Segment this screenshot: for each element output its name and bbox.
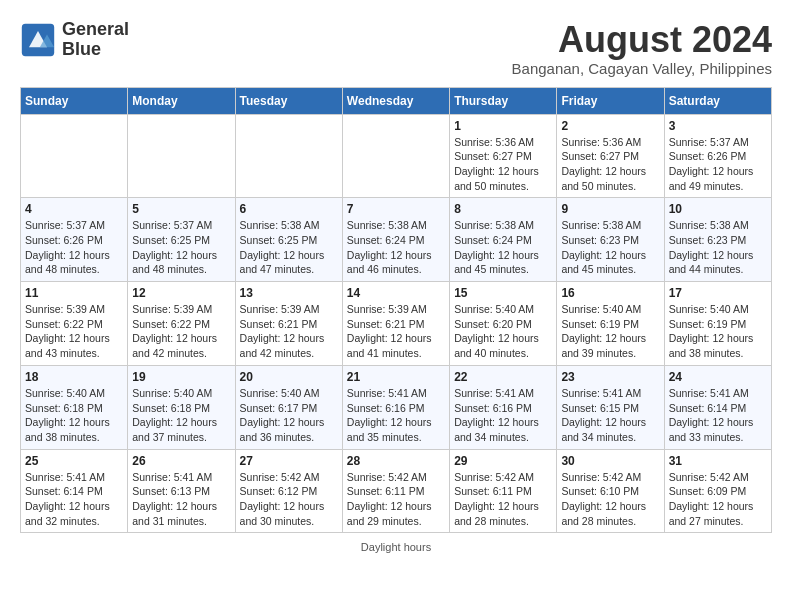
main-title: August 2024 bbox=[512, 20, 772, 60]
calendar-cell: 29Sunrise: 5:42 AM Sunset: 6:11 PM Dayli… bbox=[450, 449, 557, 533]
day-info: Sunrise: 5:37 AM Sunset: 6:25 PM Dayligh… bbox=[132, 218, 230, 277]
calendar-cell: 12Sunrise: 5:39 AM Sunset: 6:22 PM Dayli… bbox=[128, 282, 235, 366]
day-number: 1 bbox=[454, 119, 552, 133]
footer-note: Daylight hours bbox=[20, 541, 772, 553]
day-number: 30 bbox=[561, 454, 659, 468]
calendar-cell: 19Sunrise: 5:40 AM Sunset: 6:18 PM Dayli… bbox=[128, 365, 235, 449]
calendar-header-tuesday: Tuesday bbox=[235, 87, 342, 114]
day-info: Sunrise: 5:41 AM Sunset: 6:16 PM Dayligh… bbox=[347, 386, 445, 445]
calendar-week-2: 4Sunrise: 5:37 AM Sunset: 6:26 PM Daylig… bbox=[21, 198, 772, 282]
calendar-cell: 17Sunrise: 5:40 AM Sunset: 6:19 PM Dayli… bbox=[664, 282, 771, 366]
day-number: 8 bbox=[454, 202, 552, 216]
day-info: Sunrise: 5:38 AM Sunset: 6:25 PM Dayligh… bbox=[240, 218, 338, 277]
title-area: August 2024 Banganan, Cagayan Valley, Ph… bbox=[512, 20, 772, 77]
day-info: Sunrise: 5:38 AM Sunset: 6:23 PM Dayligh… bbox=[561, 218, 659, 277]
calendar-cell: 13Sunrise: 5:39 AM Sunset: 6:21 PM Dayli… bbox=[235, 282, 342, 366]
day-info: Sunrise: 5:42 AM Sunset: 6:12 PM Dayligh… bbox=[240, 470, 338, 529]
day-info: Sunrise: 5:41 AM Sunset: 6:14 PM Dayligh… bbox=[25, 470, 123, 529]
day-number: 14 bbox=[347, 286, 445, 300]
day-number: 26 bbox=[132, 454, 230, 468]
calendar-header-wednesday: Wednesday bbox=[342, 87, 449, 114]
day-number: 24 bbox=[669, 370, 767, 384]
logo: General Blue bbox=[20, 20, 129, 60]
calendar-cell: 25Sunrise: 5:41 AM Sunset: 6:14 PM Dayli… bbox=[21, 449, 128, 533]
calendar-cell: 4Sunrise: 5:37 AM Sunset: 6:26 PM Daylig… bbox=[21, 198, 128, 282]
calendar-cell: 24Sunrise: 5:41 AM Sunset: 6:14 PM Dayli… bbox=[664, 365, 771, 449]
calendar-cell: 27Sunrise: 5:42 AM Sunset: 6:12 PM Dayli… bbox=[235, 449, 342, 533]
day-number: 16 bbox=[561, 286, 659, 300]
calendar-header-monday: Monday bbox=[128, 87, 235, 114]
day-number: 3 bbox=[669, 119, 767, 133]
day-number: 13 bbox=[240, 286, 338, 300]
day-info: Sunrise: 5:40 AM Sunset: 6:20 PM Dayligh… bbox=[454, 302, 552, 361]
day-info: Sunrise: 5:40 AM Sunset: 6:18 PM Dayligh… bbox=[25, 386, 123, 445]
day-number: 10 bbox=[669, 202, 767, 216]
day-info: Sunrise: 5:37 AM Sunset: 6:26 PM Dayligh… bbox=[669, 135, 767, 194]
calendar-cell: 15Sunrise: 5:40 AM Sunset: 6:20 PM Dayli… bbox=[450, 282, 557, 366]
day-number: 15 bbox=[454, 286, 552, 300]
day-number: 28 bbox=[347, 454, 445, 468]
day-number: 7 bbox=[347, 202, 445, 216]
calendar-cell: 10Sunrise: 5:38 AM Sunset: 6:23 PM Dayli… bbox=[664, 198, 771, 282]
day-number: 27 bbox=[240, 454, 338, 468]
calendar-cell: 6Sunrise: 5:38 AM Sunset: 6:25 PM Daylig… bbox=[235, 198, 342, 282]
calendar-header-saturday: Saturday bbox=[664, 87, 771, 114]
calendar-cell: 23Sunrise: 5:41 AM Sunset: 6:15 PM Dayli… bbox=[557, 365, 664, 449]
calendar-header-row: SundayMondayTuesdayWednesdayThursdayFrid… bbox=[21, 87, 772, 114]
calendar-cell: 1Sunrise: 5:36 AM Sunset: 6:27 PM Daylig… bbox=[450, 114, 557, 198]
sub-title: Banganan, Cagayan Valley, Philippines bbox=[512, 60, 772, 77]
header: General Blue August 2024 Banganan, Cagay… bbox=[20, 20, 772, 77]
calendar-header-thursday: Thursday bbox=[450, 87, 557, 114]
calendar-cell: 5Sunrise: 5:37 AM Sunset: 6:25 PM Daylig… bbox=[128, 198, 235, 282]
day-info: Sunrise: 5:42 AM Sunset: 6:11 PM Dayligh… bbox=[347, 470, 445, 529]
day-number: 17 bbox=[669, 286, 767, 300]
day-number: 20 bbox=[240, 370, 338, 384]
calendar-cell: 16Sunrise: 5:40 AM Sunset: 6:19 PM Dayli… bbox=[557, 282, 664, 366]
day-number: 9 bbox=[561, 202, 659, 216]
calendar-week-3: 11Sunrise: 5:39 AM Sunset: 6:22 PM Dayli… bbox=[21, 282, 772, 366]
day-number: 6 bbox=[240, 202, 338, 216]
calendar-cell: 18Sunrise: 5:40 AM Sunset: 6:18 PM Dayli… bbox=[21, 365, 128, 449]
calendar-cell bbox=[235, 114, 342, 198]
calendar-header-sunday: Sunday bbox=[21, 87, 128, 114]
day-number: 19 bbox=[132, 370, 230, 384]
day-number: 11 bbox=[25, 286, 123, 300]
calendar-cell bbox=[21, 114, 128, 198]
day-info: Sunrise: 5:38 AM Sunset: 6:24 PM Dayligh… bbox=[347, 218, 445, 277]
calendar-cell: 22Sunrise: 5:41 AM Sunset: 6:16 PM Dayli… bbox=[450, 365, 557, 449]
calendar-cell: 14Sunrise: 5:39 AM Sunset: 6:21 PM Dayli… bbox=[342, 282, 449, 366]
calendar-cell bbox=[128, 114, 235, 198]
logo-text: General Blue bbox=[62, 20, 129, 60]
calendar-week-4: 18Sunrise: 5:40 AM Sunset: 6:18 PM Dayli… bbox=[21, 365, 772, 449]
day-info: Sunrise: 5:39 AM Sunset: 6:22 PM Dayligh… bbox=[25, 302, 123, 361]
day-number: 23 bbox=[561, 370, 659, 384]
calendar-cell: 7Sunrise: 5:38 AM Sunset: 6:24 PM Daylig… bbox=[342, 198, 449, 282]
day-number: 31 bbox=[669, 454, 767, 468]
day-number: 22 bbox=[454, 370, 552, 384]
calendar-cell: 28Sunrise: 5:42 AM Sunset: 6:11 PM Dayli… bbox=[342, 449, 449, 533]
day-info: Sunrise: 5:40 AM Sunset: 6:18 PM Dayligh… bbox=[132, 386, 230, 445]
calendar-cell: 8Sunrise: 5:38 AM Sunset: 6:24 PM Daylig… bbox=[450, 198, 557, 282]
calendar-cell: 26Sunrise: 5:41 AM Sunset: 6:13 PM Dayli… bbox=[128, 449, 235, 533]
logo-line1: General bbox=[62, 20, 129, 40]
calendar-cell: 21Sunrise: 5:41 AM Sunset: 6:16 PM Dayli… bbox=[342, 365, 449, 449]
calendar-cell bbox=[342, 114, 449, 198]
day-number: 12 bbox=[132, 286, 230, 300]
day-number: 25 bbox=[25, 454, 123, 468]
calendar-cell: 9Sunrise: 5:38 AM Sunset: 6:23 PM Daylig… bbox=[557, 198, 664, 282]
calendar-week-1: 1Sunrise: 5:36 AM Sunset: 6:27 PM Daylig… bbox=[21, 114, 772, 198]
calendar-cell: 2Sunrise: 5:36 AM Sunset: 6:27 PM Daylig… bbox=[557, 114, 664, 198]
day-info: Sunrise: 5:41 AM Sunset: 6:16 PM Dayligh… bbox=[454, 386, 552, 445]
day-info: Sunrise: 5:37 AM Sunset: 6:26 PM Dayligh… bbox=[25, 218, 123, 277]
day-number: 2 bbox=[561, 119, 659, 133]
day-info: Sunrise: 5:41 AM Sunset: 6:14 PM Dayligh… bbox=[669, 386, 767, 445]
day-info: Sunrise: 5:41 AM Sunset: 6:15 PM Dayligh… bbox=[561, 386, 659, 445]
day-info: Sunrise: 5:39 AM Sunset: 6:21 PM Dayligh… bbox=[240, 302, 338, 361]
day-info: Sunrise: 5:36 AM Sunset: 6:27 PM Dayligh… bbox=[561, 135, 659, 194]
day-info: Sunrise: 5:40 AM Sunset: 6:19 PM Dayligh… bbox=[669, 302, 767, 361]
day-number: 5 bbox=[132, 202, 230, 216]
day-info: Sunrise: 5:36 AM Sunset: 6:27 PM Dayligh… bbox=[454, 135, 552, 194]
day-info: Sunrise: 5:40 AM Sunset: 6:17 PM Dayligh… bbox=[240, 386, 338, 445]
calendar-cell: 30Sunrise: 5:42 AM Sunset: 6:10 PM Dayli… bbox=[557, 449, 664, 533]
day-info: Sunrise: 5:42 AM Sunset: 6:09 PM Dayligh… bbox=[669, 470, 767, 529]
